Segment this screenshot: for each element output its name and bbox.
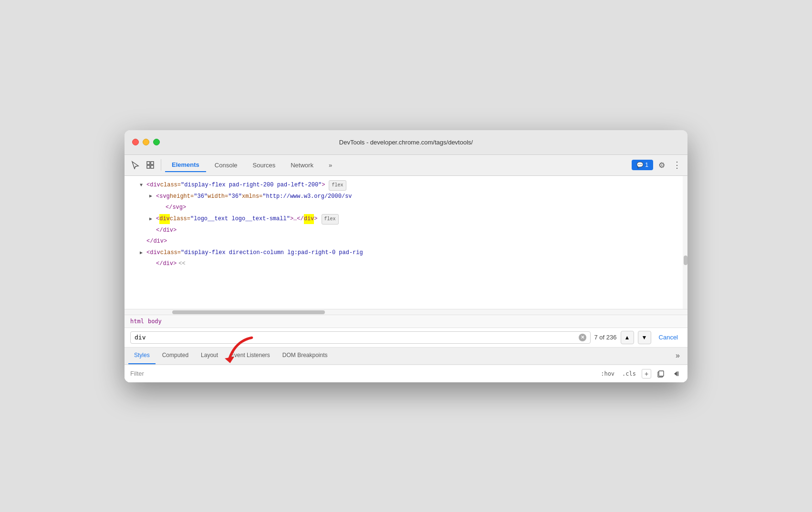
flex-badge[interactable]: flex [329, 180, 346, 191]
horizontal-scrollbar[interactable] [125, 309, 687, 315]
search-bar: ✕ 7 of 236 ▲ ▼ Cancel [125, 328, 687, 348]
more-menu-icon[interactable]: ⋮ [670, 158, 684, 172]
tab-event-listeners[interactable]: Event Listeners [225, 347, 276, 364]
filter-label: Filter [130, 370, 144, 377]
breadcrumb-body[interactable]: body [148, 318, 162, 325]
triangle-icon[interactable]: ▼ [140, 181, 146, 190]
hov-button[interactable]: :hov [599, 369, 616, 378]
svg-rect-3 [151, 165, 154, 168]
html-line[interactable]: ▶ <div class="logo__text logo__text-smal… [125, 214, 687, 225]
triangle-icon[interactable]: ▶ [149, 192, 155, 201]
title-bar: DevTools - developer.chrome.com/tags/dev… [125, 130, 687, 155]
search-input[interactable] [135, 334, 579, 341]
clear-search-button[interactable]: ✕ [579, 334, 586, 341]
more-tabs-button[interactable]: » [672, 349, 684, 362]
highlighted-end-tag: div [304, 214, 314, 225]
notification-button[interactable]: 💬 1 [632, 160, 653, 170]
bottom-tabs: Styles Computed Layout Event Listeners D… [125, 348, 687, 365]
traffic-lights [132, 139, 160, 145]
tab-computed[interactable]: Computed [156, 347, 194, 364]
search-prev-button[interactable]: ▲ [621, 331, 634, 344]
html-line[interactable]: ▶ <svg height="36" width="36" xmlns="htt… [125, 191, 687, 203]
window-title: DevTools - developer.chrome.com/tags/dev… [339, 139, 473, 146]
devtools-window: DevTools - developer.chrome.com/tags/dev… [125, 130, 687, 382]
svg-rect-0 [147, 162, 150, 164]
settings-icon[interactable]: ⚙ [655, 158, 668, 172]
vertical-scrollbar[interactable] [683, 176, 687, 309]
html-line[interactable]: ▶ </div> [125, 225, 687, 236]
tab-sources[interactable]: Sources [246, 159, 282, 172]
cancel-button[interactable]: Cancel [655, 332, 682, 343]
html-panel: ▼ <div class="display-flex pad-right-200… [125, 176, 687, 309]
html-line[interactable]: ▼ <div class="display-flex pad-right-200… [125, 180, 687, 191]
html-line[interactable]: ▶ <div class="display-flex direction-col… [125, 247, 687, 259]
html-line[interactable]: ▶ </div> [125, 236, 687, 247]
cursor-icon[interactable] [128, 158, 142, 172]
svg-rect-8 [677, 371, 678, 376]
tab-console[interactable]: Console [208, 159, 244, 172]
tab-dom-breakpoints[interactable]: DOM Breakpoints [277, 347, 333, 364]
flex-badge-2[interactable]: flex [322, 214, 339, 225]
devtools-main: ▼ <div class="display-flex pad-right-200… [125, 176, 687, 382]
tab-elements[interactable]: Elements [165, 158, 206, 172]
triangle-icon[interactable]: ▶ [149, 215, 155, 224]
tab-network[interactable]: Network [284, 159, 320, 172]
add-style-button[interactable]: + [642, 369, 651, 379]
html-line[interactable]: ▶ </svg> [125, 202, 687, 214]
tab-layout[interactable]: Layout [195, 347, 224, 364]
scroll-thumb[interactable] [684, 256, 687, 265]
tab-more[interactable]: » [322, 159, 339, 172]
h-scroll-thumb[interactable] [172, 310, 325, 314]
svg-marker-7 [674, 371, 677, 376]
search-next-button[interactable]: ▼ [638, 331, 651, 344]
minimize-button[interactable] [143, 139, 149, 145]
svg-rect-6 [659, 371, 664, 376]
svg-rect-2 [147, 165, 150, 168]
search-count: 7 of 236 [594, 334, 617, 341]
triangle-icon[interactable]: ▶ [140, 249, 146, 257]
breadcrumb-html[interactable]: html [130, 318, 144, 325]
highlighted-tag: div [159, 214, 170, 225]
svg-rect-1 [151, 162, 154, 164]
breadcrumb-bar: html body [125, 315, 687, 328]
tab-styles[interactable]: Styles [128, 347, 156, 364]
html-line[interactable]: ▶ </div> << [125, 258, 687, 270]
styles-filter-bar: Filter :hov .cls + [125, 365, 687, 382]
maximize-button[interactable] [153, 139, 160, 145]
close-button[interactable] [132, 139, 139, 145]
inspect-icon[interactable] [144, 158, 157, 172]
cls-button[interactable]: .cls [620, 369, 638, 378]
copy-styles-icon[interactable] [655, 368, 666, 379]
filter-actions: :hov .cls + [599, 368, 682, 379]
search-input-wrapper: ✕ [130, 331, 591, 344]
toolbar-separator [161, 159, 161, 171]
devtools-toolbar: Elements Console Sources Network » 💬 1 ⚙… [125, 155, 687, 176]
toggle-panel-icon[interactable] [670, 368, 682, 379]
